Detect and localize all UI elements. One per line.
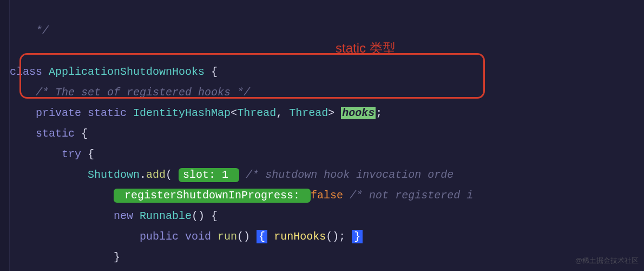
editor-gutter [0,0,10,271]
line-register-progress: registerShutdownInProgress: false /* not… [10,189,473,203]
code-viewport: */ class ApplicationShutdownHooks { /* T… [10,0,473,271]
param-hint-register: registerShutdownInProgress: [114,189,311,203]
line-hooks-field: private static IdentityHashMap<Thread, T… [10,107,382,119]
line-run-method: public void run() { runHooks(); } [10,230,363,243]
line-class-decl: class ApplicationShutdownHooks { [10,66,218,78]
line-shutdown-add: Shutdown.add( slot: 1 /* shutdown hook i… [10,168,454,182]
line-static-block: static { [10,127,88,140]
line-new-runnable: new Runnable() { [10,210,218,222]
annotation-label: static 类型 [336,36,396,61]
fold-close-icon[interactable]: } [352,230,363,243]
watermark: @稀土掘金技术社区 [575,254,639,268]
comment-end: */ [10,24,49,37]
line-runnable-close: } [10,251,120,263]
hooks-highlight: hooks [341,107,376,119]
fold-open-icon[interactable]: { [257,230,267,243]
param-hint-slot: slot: 1 [179,168,239,182]
line-try: try { [10,148,94,160]
line-comment-hooks: /* The set of registered hooks */ [10,86,250,99]
